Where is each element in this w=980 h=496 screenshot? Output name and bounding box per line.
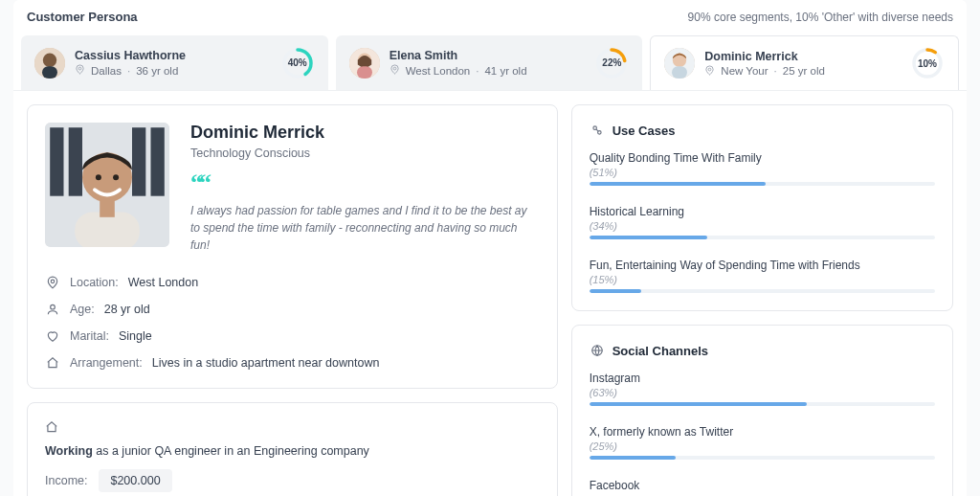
use-cases-icon bbox=[590, 123, 605, 138]
metric-bar-fill bbox=[590, 456, 676, 460]
persona-name: Dominic Merrick bbox=[704, 50, 825, 63]
persona-tab[interactable]: Cassius HawthorneDallas·36 yr old40% bbox=[21, 35, 328, 90]
income-value: $200.000 bbox=[99, 469, 171, 492]
income-label: Income: bbox=[45, 474, 87, 487]
persona-name: Cassius Hawthorne bbox=[75, 49, 186, 62]
svg-rect-8 bbox=[357, 66, 372, 79]
info-marital-label: Marital: bbox=[70, 329, 109, 343]
persona-avatar bbox=[664, 48, 695, 79]
profile-card: Dominic Merrick Technology Conscious ““ … bbox=[27, 104, 558, 389]
svg-rect-22 bbox=[151, 127, 165, 196]
metric-bar-fill bbox=[590, 236, 707, 239]
social-icon bbox=[590, 343, 605, 358]
social-card: Social Channels Instagram(63%)X, formerl… bbox=[571, 325, 953, 496]
info-age-value: 28 yr old bbox=[104, 303, 150, 316]
metric-bar-fill bbox=[590, 289, 641, 293]
home-icon bbox=[45, 355, 60, 371]
work-status: Working as a junior QA engineer in an En… bbox=[45, 444, 540, 458]
svg-point-3 bbox=[78, 67, 81, 70]
metric-bar-track bbox=[590, 236, 935, 239]
work-status-strong: Working bbox=[45, 444, 93, 458]
profile-tagline: Technology Conscious bbox=[190, 147, 540, 160]
info-location: Location: West London bbox=[45, 275, 540, 290]
info-age: Age: 28 yr old bbox=[45, 302, 540, 317]
metric-bar-track bbox=[590, 182, 935, 186]
metric-bar-fill bbox=[590, 402, 808, 406]
metric-bar-track bbox=[590, 402, 935, 406]
metric-item: Quality Bonding Time With Family(51%) bbox=[590, 151, 935, 186]
percent-label: 10% bbox=[910, 46, 945, 80]
metric-bar-fill bbox=[590, 182, 766, 186]
persona-tabs: Cassius HawthorneDallas·36 yr old40%Elen… bbox=[13, 35, 967, 91]
metric-percent: (51%) bbox=[590, 167, 935, 178]
svg-point-9 bbox=[393, 67, 396, 70]
persona-location: Dallas bbox=[91, 65, 122, 77]
persona-tab[interactable]: Elena SmithWest London·41 yr old22% bbox=[336, 35, 643, 90]
persona-avatar bbox=[34, 48, 65, 79]
home-icon bbox=[45, 422, 58, 437]
metric-title: Quality Bonding Time With Family bbox=[590, 151, 935, 165]
persona-tab[interactable]: Dominic MerrickNew Your·25 yr old10% bbox=[650, 35, 959, 90]
svg-point-1 bbox=[43, 53, 56, 66]
use-cases-list: Quality Bonding Time With Family(51%)His… bbox=[590, 151, 935, 293]
info-marital-value: Single bbox=[119, 329, 152, 343]
info-arrangement-label: Arrangement: bbox=[70, 356, 143, 370]
metric-item: X, formerly known as Twitter(25%) bbox=[590, 425, 935, 460]
info-location-label: Location: bbox=[70, 276, 119, 289]
svg-rect-24 bbox=[75, 213, 140, 247]
location-icon bbox=[75, 64, 85, 77]
social-list: Instagram(63%)X, formerly known as Twitt… bbox=[590, 372, 935, 496]
persona-location: West London bbox=[406, 65, 471, 77]
persona-age: 25 yr old bbox=[783, 65, 825, 77]
svg-rect-21 bbox=[132, 127, 145, 196]
location-icon bbox=[704, 65, 715, 78]
persona-age: 41 yr old bbox=[484, 65, 526, 77]
svg-rect-19 bbox=[50, 127, 63, 196]
svg-point-26 bbox=[96, 174, 101, 180]
metric-percent: (63%) bbox=[590, 387, 935, 398]
social-title: Social Channels bbox=[612, 344, 708, 358]
metric-percent: (34%) bbox=[590, 220, 935, 232]
percent-ring: 40% bbox=[280, 46, 315, 80]
info-marital: Marital: Single bbox=[45, 328, 540, 344]
work-status-rest: as a junior QA engineer in an Engineerin… bbox=[93, 444, 369, 458]
metric-title: Facebook bbox=[590, 479, 935, 492]
svg-point-28 bbox=[51, 280, 55, 283]
persona-location: New Your bbox=[721, 65, 768, 77]
metric-percent: (15%) bbox=[590, 274, 935, 285]
metric-item: Instagram(63%) bbox=[590, 372, 935, 406]
profile-name: Dominic Merrick bbox=[190, 123, 540, 143]
svg-rect-2 bbox=[42, 66, 57, 79]
metric-title: Instagram bbox=[590, 372, 935, 385]
persona-avatar bbox=[349, 48, 380, 79]
metric-percent: (25%) bbox=[590, 440, 935, 452]
metric-title: X, formerly known as Twitter bbox=[590, 425, 935, 439]
info-location-value: West London bbox=[128, 276, 198, 289]
svg-rect-20 bbox=[69, 127, 82, 196]
info-arrangement: Arrangement: Lives in a studio apartment… bbox=[45, 355, 540, 371]
person-icon bbox=[45, 302, 60, 317]
svg-point-29 bbox=[51, 304, 56, 309]
metric-item: Fun, Entertaining Way of Spending Time w… bbox=[590, 259, 935, 293]
info-age-label: Age: bbox=[70, 303, 95, 316]
persona-age: 36 yr old bbox=[136, 65, 178, 77]
metric-bar-track bbox=[590, 456, 935, 460]
page-header: Customer Persona 90% core segments, 10% … bbox=[13, 0, 967, 35]
svg-rect-25 bbox=[100, 200, 115, 217]
metric-title: Historical Learning bbox=[590, 205, 935, 218]
page-title: Customer Persona bbox=[27, 10, 138, 24]
svg-rect-14 bbox=[672, 66, 687, 79]
percent-ring: 10% bbox=[910, 46, 945, 80]
profile-avatar bbox=[45, 123, 169, 247]
metric-item: Historical Learning(34%) bbox=[590, 205, 935, 239]
heart-icon bbox=[45, 328, 60, 344]
metric-bar-track bbox=[590, 289, 935, 293]
percent-ring: 22% bbox=[594, 46, 629, 80]
percent-label: 22% bbox=[594, 46, 629, 80]
location-icon bbox=[45, 275, 60, 290]
metric-item: Facebook(12%) bbox=[590, 479, 935, 496]
quote-icon: ““ bbox=[190, 175, 540, 191]
metric-title: Fun, Entertaining Way of Spending Time w… bbox=[590, 259, 935, 272]
location-icon bbox=[390, 64, 400, 77]
profile-quote: I always had passion for table games and… bbox=[190, 202, 540, 254]
